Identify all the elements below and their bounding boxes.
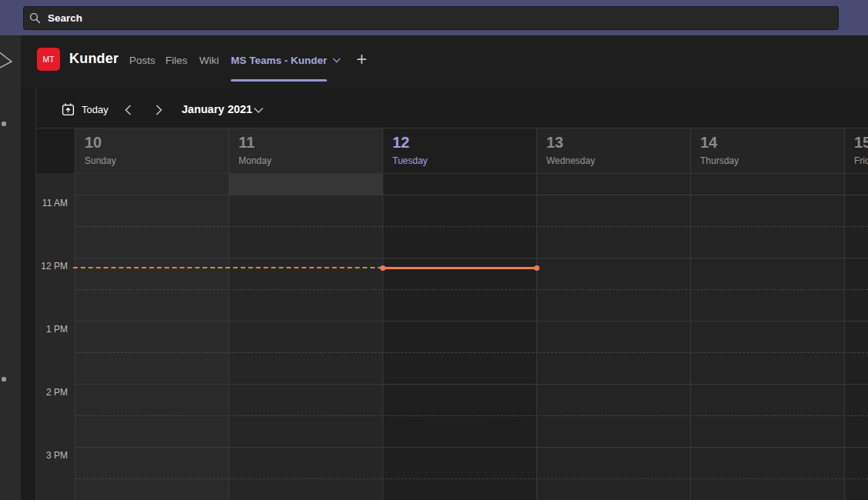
grid-column-line [382, 128, 383, 500]
tab-posts[interactable]: Posts [129, 55, 155, 66]
left-rail [0, 35, 21, 500]
grid-line [75, 195, 868, 195]
active-tab-label: MS Teams - Kunder [231, 55, 327, 66]
day-name: Friday [854, 155, 868, 166]
clipped-arrow-icon [0, 46, 15, 72]
tab-ms-teams-kunder[interactable]: MS Teams - Kunder [231, 55, 341, 66]
next-week-button[interactable] [154, 104, 164, 116]
day-number: 14 [700, 132, 844, 152]
month-picker-chevron-icon[interactable] [253, 107, 264, 114]
current-time-dot-right [534, 265, 539, 271]
grid-column-line [844, 128, 845, 500]
search-input[interactable]: Search [23, 6, 839, 30]
tab-wiki[interactable]: Wiki [199, 55, 219, 66]
hovered-time-slot[interactable] [229, 173, 382, 195]
grid-column-line [536, 128, 537, 500]
today-label: Today [82, 104, 108, 115]
grid-line [75, 447, 868, 448]
grid-line-half-hour [75, 226, 868, 227]
calendar-column-sunday[interactable] [75, 173, 229, 500]
add-tab-button[interactable]: + [353, 49, 370, 69]
grid-column-line [229, 128, 229, 500]
active-tab-underline [231, 79, 327, 82]
tab-files[interactable]: Files [165, 55, 188, 66]
grid-line-half-hour [75, 415, 868, 416]
day-name: Monday [239, 155, 382, 166]
calendar-column-wednesday[interactable] [536, 173, 690, 500]
team-initials: MT [42, 55, 54, 64]
day-header-thursday: 14 Thursday [690, 128, 844, 173]
day-name: Wednesday [546, 155, 690, 166]
today-button[interactable]: Today [62, 102, 108, 116]
grid-column-line [690, 128, 691, 500]
panel-left-edge [35, 88, 36, 500]
day-number: 12 [392, 132, 536, 152]
current-time-line-dashed [73, 267, 382, 268]
search-placeholder: Search [48, 12, 82, 24]
time-label: 11 AM [28, 198, 68, 208]
rail-indicator-dot [2, 122, 6, 126]
rail-indicator-dot [2, 377, 6, 382]
current-time-line [382, 267, 536, 269]
grid-line [75, 384, 868, 385]
calendar-column-tuesday-today[interactable] [382, 173, 536, 500]
current-time-dot-left [380, 265, 386, 271]
day-number: 13 [546, 132, 690, 152]
search-icon [29, 12, 41, 24]
grid-line-half-hour [75, 352, 868, 353]
calendar-column-monday[interactable] [229, 173, 382, 500]
team-name: Kunder [69, 51, 119, 67]
time-label: 12 PM [28, 261, 68, 272]
day-name: Tuesday [392, 155, 536, 166]
day-header-wednesday: 13 Wednesday [536, 128, 690, 173]
grid-line [75, 321, 868, 322]
prev-week-button[interactable] [123, 104, 133, 116]
app-top-bar: Search [0, 0, 868, 35]
calendar-today-icon [62, 102, 75, 116]
day-number: 10 [85, 132, 229, 152]
day-header-sunday: 10 Sunday [75, 128, 229, 173]
grid-line-half-hour [75, 289, 868, 290]
team-avatar: MT [37, 48, 60, 71]
month-picker-label[interactable]: January 2021 [182, 103, 252, 115]
grid-column-line [75, 128, 75, 500]
day-header-monday: 11 Monday [229, 128, 382, 173]
grid-line [75, 173, 868, 174]
day-number: 11 [239, 132, 382, 152]
chevron-down-icon [332, 58, 341, 63]
grid-line [75, 258, 868, 258]
calendar-column-thursday[interactable] [690, 173, 844, 500]
grid-line-half-hour [75, 478, 868, 479]
teams-window: Search MT Kunder Posts Files Wiki MS Tea… [0, 0, 868, 500]
time-label: 1 PM [28, 324, 68, 335]
day-number: 15 [854, 132, 868, 152]
day-header-friday: 15 Friday [844, 128, 868, 173]
grid-line [35, 128, 868, 128]
calendar-column-friday[interactable] [844, 173, 868, 500]
day-name: Thursday [700, 155, 844, 166]
time-label: 2 PM [28, 387, 68, 398]
time-label: 3 PM [28, 450, 68, 461]
day-header-tuesday-today: 12 Tuesday [382, 128, 536, 173]
day-name: Sunday [85, 155, 229, 166]
